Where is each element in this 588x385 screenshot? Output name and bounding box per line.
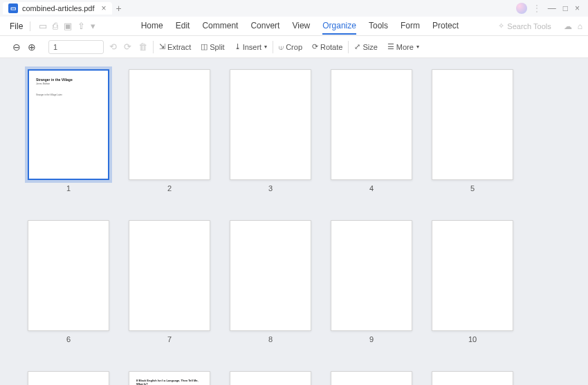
page-number-input[interactable] — [48, 40, 104, 54]
extract-icon: ⇲ — [159, 42, 165, 51]
page-thumbnail-12[interactable]: If Black English Isn't a Language, Then … — [129, 371, 210, 385]
page-thumbnail-5[interactable] — [432, 69, 513, 180]
page-label: 4 — [369, 184, 374, 192]
page-thumbnail-10[interactable] — [432, 220, 513, 331]
page-thumbnail-2[interactable] — [129, 69, 210, 180]
delete-icon: 🗑 — [138, 42, 147, 52]
page-thumbnail-grid: Stranger in the Village James Baldwin St… — [0, 58, 588, 385]
page-thumbnail-6[interactable] — [28, 220, 109, 331]
zoom-out-button[interactable]: ⊖ — [12, 42, 21, 53]
rotate-left-icon: ⟲ — [109, 42, 117, 52]
save-icon[interactable]: ▣ — [64, 21, 72, 31]
crop-icon: ⟒ — [279, 43, 284, 51]
close-window-button[interactable]: × — [575, 3, 580, 13]
cloud-icon[interactable]: ☁ — [564, 21, 572, 31]
maximize-button[interactable]: □ — [563, 3, 568, 13]
page-label: 3 — [268, 184, 273, 192]
page-thumbnail-13[interactable] — [230, 371, 311, 385]
dropdown-icon[interactable]: ▾ — [91, 21, 95, 31]
crop-button[interactable]: ⟒Crop — [279, 43, 302, 51]
size-button[interactable]: ⤢Size — [354, 42, 377, 51]
page-thumbnail-3[interactable] — [230, 69, 311, 180]
page-thumbnail-8[interactable] — [230, 220, 311, 331]
close-tab-icon[interactable]: × — [102, 3, 107, 13]
insert-icon: ⤓ — [235, 42, 241, 51]
zoom-in-button[interactable]: ⊕ — [28, 42, 36, 53]
tab-form[interactable]: Form — [401, 18, 420, 35]
minimize-button[interactable]: — — [548, 3, 556, 13]
page-label: 1 — [66, 184, 71, 192]
tab-tools[interactable]: Tools — [369, 18, 388, 35]
print-icon[interactable]: ⎙ — [53, 21, 58, 31]
doc-author: James Baldwin — [36, 83, 101, 86]
split-icon: ◫ — [201, 42, 208, 51]
doc-title: Stranger in the Village — [36, 78, 101, 82]
tab-home[interactable]: Home — [141, 18, 163, 35]
size-icon: ⤢ — [354, 42, 360, 51]
tab-edit[interactable]: Edit — [176, 18, 190, 35]
search-placeholder: Search Tools — [507, 22, 551, 30]
insert-button[interactable]: ⤓Insert▾ — [235, 42, 268, 51]
page-thumbnail-14[interactable] — [331, 371, 412, 385]
rotate-right-icon: ⟳ — [124, 42, 131, 52]
chevron-down-icon: ▾ — [264, 44, 267, 50]
tab-view[interactable]: View — [292, 18, 310, 35]
tab-convert[interactable]: Convert — [250, 18, 279, 35]
file-menu[interactable]: File — [6, 21, 27, 31]
share-icon[interactable]: ⇧ — [77, 21, 85, 31]
tab-comment[interactable]: Comment — [202, 18, 238, 35]
page-thumbnail-15[interactable] — [432, 371, 513, 385]
rotate-icon: ⟳ — [312, 42, 318, 51]
tab-title: combined-articles.pdf — [22, 4, 95, 12]
more-icon: ☰ — [387, 42, 394, 51]
app-icon: ▭ — [8, 3, 18, 13]
page-thumbnail-1[interactable]: Stranger in the Village James Baldwin St… — [28, 69, 109, 180]
assistant-orb-icon[interactable] — [516, 3, 527, 14]
rotate-button[interactable]: ⟳Rotate — [312, 42, 342, 51]
chevron-down-icon: ▾ — [416, 44, 419, 50]
add-tab-button[interactable]: + — [116, 3, 122, 14]
sparkle-icon: ✧ — [498, 21, 504, 30]
page-label: 5 — [470, 184, 475, 192]
document-tab[interactable]: ▭ combined-articles.pdf × — [3, 2, 112, 15]
tab-organize[interactable]: Organize — [322, 18, 356, 35]
kebab-menu-icon[interactable]: ⋮ — [533, 3, 541, 13]
page-thumbnail-4[interactable] — [331, 69, 412, 180]
tab-protect[interactable]: Protect — [432, 18, 459, 35]
page-label: 2 — [167, 184, 172, 192]
page-label: 9 — [369, 335, 374, 343]
page-thumbnail-7[interactable] — [129, 220, 210, 331]
extract-button[interactable]: ⇲Extract — [159, 42, 191, 51]
page-thumbnail-9[interactable] — [331, 220, 412, 331]
page-label: 10 — [468, 335, 477, 343]
page-label: 8 — [268, 335, 273, 343]
page-label: 6 — [66, 335, 71, 343]
page-thumbnail-11[interactable] — [28, 371, 109, 385]
more-button[interactable]: ☰More▾ — [387, 42, 419, 51]
split-button[interactable]: ◫Split — [201, 42, 224, 51]
open-icon[interactable]: ▭ — [39, 21, 47, 31]
home-icon[interactable]: ⌂ — [578, 21, 582, 31]
search-tools[interactable]: ✧ Search Tools — [498, 21, 551, 30]
page-label: 7 — [167, 335, 172, 343]
